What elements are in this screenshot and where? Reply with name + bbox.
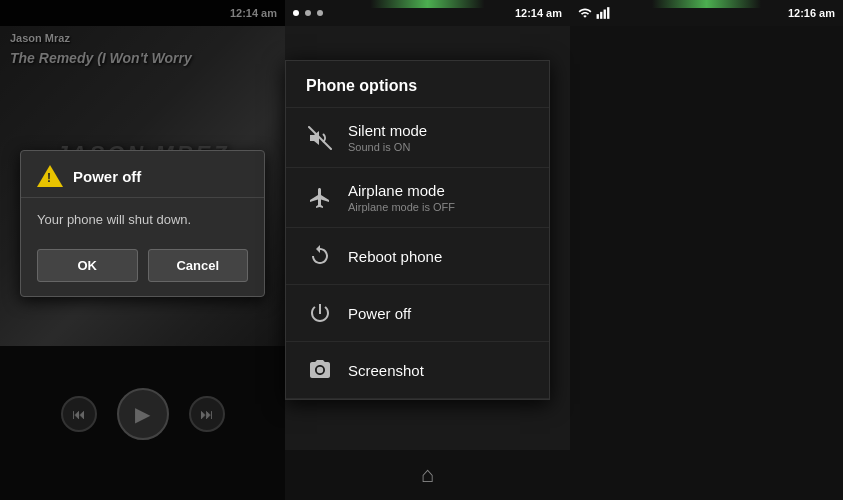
menu-item-reboot[interactable]: Reboot phone bbox=[286, 228, 549, 285]
speaker-icon bbox=[308, 126, 332, 150]
left-panel: JASON MREZ Jason Mraz The Remedy (I Won'… bbox=[0, 0, 285, 500]
camera-icon bbox=[308, 358, 332, 382]
dot-2 bbox=[305, 10, 311, 16]
menu-title: Phone options bbox=[306, 77, 417, 94]
power-icon bbox=[308, 301, 332, 325]
screenshot-content: Screenshot bbox=[348, 362, 529, 379]
warning-icon bbox=[37, 165, 63, 187]
power-off-content: Power off bbox=[348, 305, 529, 322]
silent-mode-content: Silent mode Sound is ON bbox=[348, 122, 529, 153]
top-glow-middle bbox=[285, 0, 570, 8]
menu-title-row: Phone options bbox=[286, 61, 549, 108]
middle-time: 12:14 am bbox=[515, 7, 562, 19]
screenshot-title: Screenshot bbox=[348, 362, 529, 379]
menu-item-silent-mode[interactable]: Silent mode Sound is ON bbox=[286, 108, 549, 168]
dot-3 bbox=[317, 10, 323, 16]
cancel-button[interactable]: Cancel bbox=[148, 249, 249, 282]
svg-rect-2 bbox=[597, 14, 599, 19]
notification-dots bbox=[293, 10, 323, 16]
svg-rect-3 bbox=[600, 12, 602, 19]
dialog-body: Your phone will shut down. bbox=[21, 198, 264, 241]
dot-1 bbox=[293, 10, 299, 16]
power-off-icon bbox=[306, 299, 334, 327]
power-off-title: Power off bbox=[348, 305, 529, 322]
screenshot-icon bbox=[306, 356, 334, 384]
wifi-icon bbox=[578, 6, 592, 20]
phone-options-menu: Phone options Silent mode Sound is ON Ai… bbox=[285, 60, 550, 400]
airplane-mode-content: Airplane mode Airplane mode is OFF bbox=[348, 182, 529, 213]
signal-icon bbox=[596, 6, 610, 20]
reboot-title: Reboot phone bbox=[348, 248, 529, 265]
power-off-dialog: Power off Your phone will shut down. OK … bbox=[20, 150, 265, 297]
svg-rect-4 bbox=[604, 10, 606, 19]
dialog-title: Power off bbox=[73, 168, 141, 185]
menu-item-screenshot[interactable]: Screenshot bbox=[286, 342, 549, 399]
menu-item-airplane-mode[interactable]: Airplane mode Airplane mode is OFF bbox=[286, 168, 549, 228]
reboot-content: Reboot phone bbox=[348, 248, 529, 265]
nav-bar: ⌂ bbox=[285, 450, 570, 500]
airplane-mode-icon bbox=[306, 184, 334, 212]
airplane-mode-title: Airplane mode bbox=[348, 182, 529, 199]
silent-mode-subtitle: Sound is ON bbox=[348, 141, 529, 153]
svg-rect-5 bbox=[607, 7, 609, 19]
status-icons bbox=[578, 6, 610, 20]
refresh-icon bbox=[308, 244, 332, 268]
right-time: 12:16 am bbox=[788, 7, 835, 19]
top-glow-right bbox=[570, 0, 843, 8]
dialog-title-row: Power off bbox=[21, 151, 264, 198]
silent-mode-title: Silent mode bbox=[348, 122, 529, 139]
ok-button[interactable]: OK bbox=[37, 249, 138, 282]
airplane-mode-subtitle: Airplane mode is OFF bbox=[348, 201, 529, 213]
dialog-buttons: OK Cancel bbox=[21, 241, 264, 296]
airplane-icon bbox=[308, 186, 332, 210]
silent-mode-icon bbox=[306, 124, 334, 152]
right-panel: ✕ Onyx ✓ bbox=[570, 0, 843, 500]
menu-item-power-off[interactable]: Power off bbox=[286, 285, 549, 342]
dialog-body-text: Your phone will shut down. bbox=[37, 212, 191, 227]
home-button[interactable]: ⌂ bbox=[413, 460, 443, 490]
reboot-icon bbox=[306, 242, 334, 270]
